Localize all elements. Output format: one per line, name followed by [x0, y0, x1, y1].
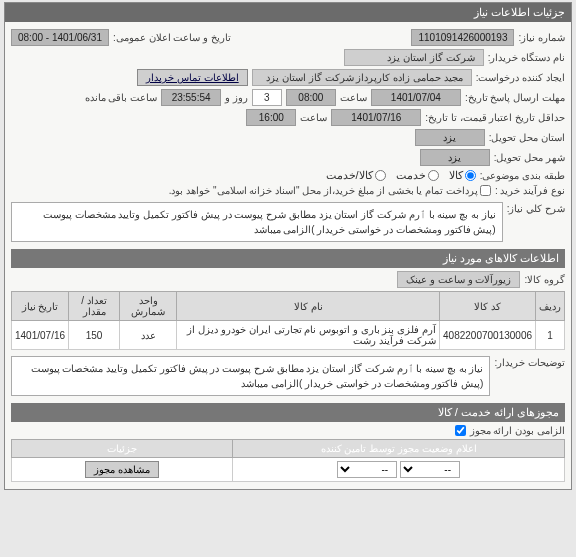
row-validity: حداقل تاریخ اعتبار قیمت، تا تاریخ: 1401/…: [11, 109, 565, 126]
delivery-place-label: استان محل تحویل:: [489, 132, 565, 143]
days-label: روز و: [225, 92, 248, 103]
buyer-note-text: نیاز به بچ سینه با ٱرم شرکت گاز استان یز…: [11, 356, 490, 396]
permits-row: -- -- مشاهده مجوز: [12, 458, 565, 482]
validity-hour: 16:00: [246, 109, 296, 126]
row-budget: طبقه بندی موضوعی: کالا خدمت کالا/خدمت: [11, 169, 565, 182]
row-buyer-org: نام دستگاه خریدار: شرکت گاز استان یزد: [11, 49, 565, 66]
th-date: تاریخ نیاز: [12, 292, 69, 321]
row-need-number: شماره نیاز: 1101091426000193 تاریخ و ساع…: [11, 29, 565, 46]
budget-radio-group: کالا خدمت کالا/خدمت: [326, 169, 476, 182]
row-delivery-city: شهر محل تحویل: یزد: [11, 149, 565, 166]
hour-label-1: ساعت: [340, 92, 367, 103]
hour-label-2: ساعت: [300, 112, 327, 123]
mandatory-checkbox[interactable]: [455, 425, 466, 436]
budget-opt-goods[interactable]: کالا: [449, 169, 476, 182]
deadline-hour: 08:00: [286, 89, 336, 106]
th-status: اعلام وضعیت مجوز توسط تامین کننده: [233, 440, 565, 458]
budget-both-label: کالا/خدمت: [326, 169, 373, 182]
pay-note: پرداخت تمام یا بخشی از مبلغ خرید،از محل …: [169, 185, 478, 196]
desc-text: نیاز به بچ سینه با ٱرم شرکت گاز استان یز…: [11, 202, 503, 242]
table-row: 1 4082200700130006 آرم فلزی بنز باری و ا…: [12, 321, 565, 350]
budget-opt-both[interactable]: کالا/خدمت: [326, 169, 386, 182]
permits-header-row: اعلام وضعیت مجوز توسط تامین کننده جزئیات: [12, 440, 565, 458]
desc-label: شرح کلي نياز:: [507, 199, 565, 214]
row-group: گروه کالا: زیورآلات و ساعت و عینک: [11, 271, 565, 288]
items-section-title: اطلاعات کالاهای مورد نیاز: [11, 249, 565, 268]
th-idx: ردیف: [536, 292, 565, 321]
validity-date: 1401/07/16: [331, 109, 421, 126]
delivery-province: یزد: [415, 129, 485, 146]
pay-checkbox-item[interactable]: پرداخت تمام یا بخشی از مبلغ خرید،از محل …: [169, 185, 491, 196]
announce-label: تاریخ و ساعت اعلان عمومی:: [113, 32, 231, 43]
status-select-2[interactable]: --: [337, 461, 397, 478]
main-panel: جزئیات اطلاعات نیاز شماره نیاز: 11010914…: [4, 2, 572, 490]
creator-value: مجید حمامی زاده کارپرداز شرکت گاز استان …: [252, 69, 472, 86]
buyer-note-label: توضیحات خریدار:: [494, 353, 565, 368]
budget-goods-label: کالا: [449, 169, 463, 182]
need-number-label: شماره نیاز:: [518, 32, 565, 43]
view-permit-button[interactable]: مشاهده مجوز: [85, 461, 159, 478]
cell-date: 1401/07/16: [12, 321, 69, 350]
remain-label: ساعت باقی مانده: [85, 92, 158, 103]
radio-both[interactable]: [375, 170, 386, 181]
th-qty: تعداد / مقدار: [69, 292, 120, 321]
contact-link[interactable]: اطلاعات تماس خریدار: [137, 69, 248, 86]
status-select-1[interactable]: --: [400, 461, 460, 478]
panel-title: جزئیات اطلاعات نیاز: [5, 3, 571, 22]
remain-time: 23:55:54: [161, 89, 221, 106]
delivery-city-label: شهر محل تحویل:: [494, 152, 565, 163]
need-number-value: 1101091426000193: [411, 29, 514, 46]
pay-label: نوع فرآیند خرید :: [495, 185, 565, 196]
row-creator: ایجاد کننده درخواست: مجید حمامی زاده کار…: [11, 69, 565, 86]
creator-label: ایجاد کننده درخواست:: [476, 72, 565, 83]
radio-service[interactable]: [428, 170, 439, 181]
row-mandatory: الزامی بودن ارائه مجوز: [11, 425, 565, 436]
validity-label: حداقل تاریخ اعتبار قیمت، تا تاریخ:: [425, 112, 565, 123]
cell-code: 4082200700130006: [440, 321, 536, 350]
row-buyer-note: توضیحات خریدار: نیاز به بچ سینه با ٱرم ش…: [11, 353, 565, 399]
cell-unit: عدد: [120, 321, 177, 350]
form-body: شماره نیاز: 1101091426000193 تاریخ و ساع…: [5, 22, 571, 489]
th-unit: واحد شمارش: [120, 292, 177, 321]
cell-qty: 150: [69, 321, 120, 350]
permits-section-title: مجوزهای ارائه خدمت / کالا: [11, 403, 565, 422]
budget-opt-service[interactable]: خدمت: [396, 169, 439, 182]
budget-service-label: خدمت: [396, 169, 426, 182]
group-value: زیورآلات و ساعت و عینک: [397, 271, 520, 288]
permits-details-cell: مشاهده مجوز: [12, 458, 233, 482]
items-table: ردیف کد کالا نام کالا واحد شمارش تعداد /…: [11, 291, 565, 350]
budget-label: طبقه بندی موضوعی:: [480, 170, 565, 181]
th-details: جزئیات: [12, 440, 233, 458]
permits-status-cell: -- --: [233, 458, 565, 482]
row-payment: نوع فرآیند خرید : پرداخت تمام یا بخشی از…: [11, 185, 565, 196]
delivery-city: یزد: [420, 149, 490, 166]
permits-table: اعلام وضعیت مجوز توسط تامین کننده جزئیات…: [11, 439, 565, 482]
row-delivery-province: استان محل تحویل: یزد: [11, 129, 565, 146]
buyer-org-value: شرکت گاز استان یزد: [344, 49, 484, 66]
announce-value: 1401/06/31 - 08:00: [11, 29, 109, 46]
group-label: گروه کالا:: [524, 274, 565, 285]
days-value: 3: [252, 89, 282, 106]
deadline-label: مهلت ارسال پاسخ تاریخ:: [465, 92, 565, 103]
radio-goods[interactable]: [465, 170, 476, 181]
cell-name: آرم فلزی بنز باری و اتوبوس نام تجارتی ای…: [177, 321, 440, 350]
items-header-row: ردیف کد کالا نام کالا واحد شمارش تعداد /…: [12, 292, 565, 321]
mandatory-label: الزامی بودن ارائه مجوز: [470, 425, 565, 436]
pay-checkbox[interactable]: [480, 185, 491, 196]
buyer-org-label: نام دستگاه خریدار:: [488, 52, 565, 63]
row-description: شرح کلي نياز: نیاز به بچ سینه با ٱرم شرک…: [11, 199, 565, 245]
th-name: نام کالا: [177, 292, 440, 321]
row-deadline: مهلت ارسال پاسخ تاریخ: 1401/07/04 ساعت 0…: [11, 89, 565, 106]
th-code: کد کالا: [440, 292, 536, 321]
deadline-date: 1401/07/04: [371, 89, 461, 106]
cell-idx: 1: [536, 321, 565, 350]
